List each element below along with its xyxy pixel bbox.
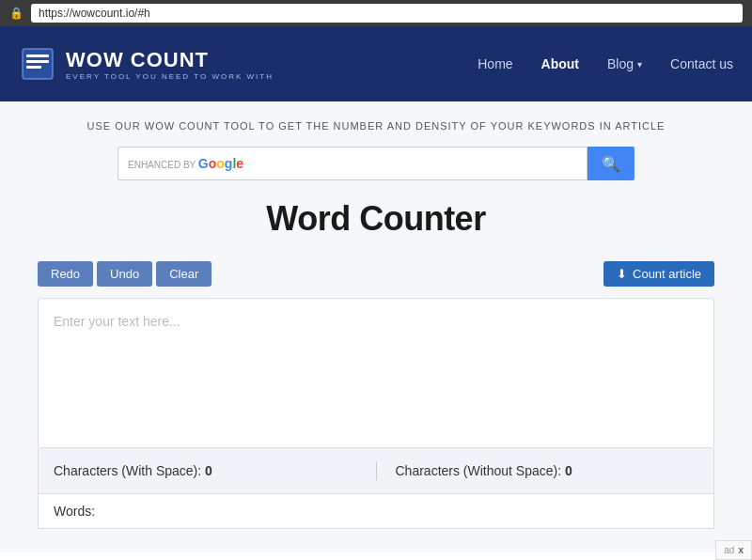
logo-area: WOW COUNT EVERY TOOL YOU NEED TO WORK WI…	[19, 45, 274, 83]
browser-bar: 🔒 https://wowcount.io/#h	[0, 0, 752, 26]
logo-title: WOW COUNT	[66, 48, 274, 72]
svg-rect-1	[26, 54, 49, 57]
nav-links: Home About Blog ▾ Contact us	[478, 56, 733, 71]
count-icon: ⬇	[617, 267, 627, 281]
lock-icon: 🔒	[9, 7, 24, 20]
ad-close-button[interactable]: x	[738, 545, 744, 552]
clear-button[interactable]: Clear	[156, 261, 212, 287]
chevron-down-icon: ▾	[637, 59, 642, 70]
main-content: USE OUR WOW COUNT TOOL TO GET THE NUMBER…	[0, 101, 752, 552]
page-title: Word Counter	[38, 199, 714, 239]
stat-divider	[376, 461, 377, 480]
textarea-placeholder: Enter your text here...	[54, 314, 180, 329]
undo-button[interactable]: Undo	[97, 261, 152, 287]
nav-about[interactable]: About	[541, 56, 579, 71]
nav-contact[interactable]: Contact us	[670, 56, 733, 71]
ad-label: ad	[724, 545, 734, 552]
search-container: ENHANCED BY Google 🔍	[38, 147, 714, 180]
navbar: WOW COUNT EVERY TOOL YOU NEED TO WORK WI…	[0, 26, 752, 101]
search-bar: ENHANCED BY Google	[118, 147, 588, 180]
btn-group-left: Redo Undo Clear	[38, 261, 212, 287]
search-icon: 🔍	[602, 155, 620, 173]
stat-chars-without-space-value: 0	[565, 463, 572, 478]
search-input[interactable]	[251, 156, 577, 171]
stat-chars-with-space: Characters (With Space): 0	[54, 463, 357, 478]
svg-rect-0	[23, 49, 53, 79]
tagline: USE OUR WOW COUNT TOOL TO GET THE NUMBER…	[38, 120, 714, 132]
toolbar: Redo Undo Clear ⬇ Count article	[38, 261, 714, 287]
redo-button[interactable]: Redo	[38, 261, 93, 287]
url-bar[interactable]: https://wowcount.io/#h	[31, 4, 743, 23]
stat-chars-without-space: Characters (Without Space): 0	[396, 463, 699, 478]
search-button[interactable]: 🔍	[588, 147, 634, 180]
text-editor[interactable]: Enter your text here...	[38, 298, 714, 448]
svg-rect-2	[26, 60, 49, 63]
google-label: Google	[198, 156, 243, 171]
stats-bar-2: Words:	[38, 494, 714, 529]
nav-home[interactable]: Home	[478, 56, 512, 71]
ad-bar: ad x	[715, 540, 752, 552]
enhanced-by-label: ENHANCED BY Google	[128, 156, 243, 171]
nav-blog[interactable]: Blog ▾	[607, 56, 642, 71]
logo-icon	[19, 45, 56, 83]
stats-bar-1: Characters (With Space): 0 Characters (W…	[38, 448, 714, 494]
logo-subtitle: EVERY TOOL YOU NEED TO WORK WITH	[66, 72, 274, 81]
count-article-button[interactable]: ⬇ Count article	[603, 261, 714, 287]
svg-rect-3	[26, 66, 41, 69]
logo-text: WOW COUNT EVERY TOOL YOU NEED TO WORK WI…	[66, 48, 274, 81]
stat-chars-with-space-value: 0	[205, 463, 212, 478]
